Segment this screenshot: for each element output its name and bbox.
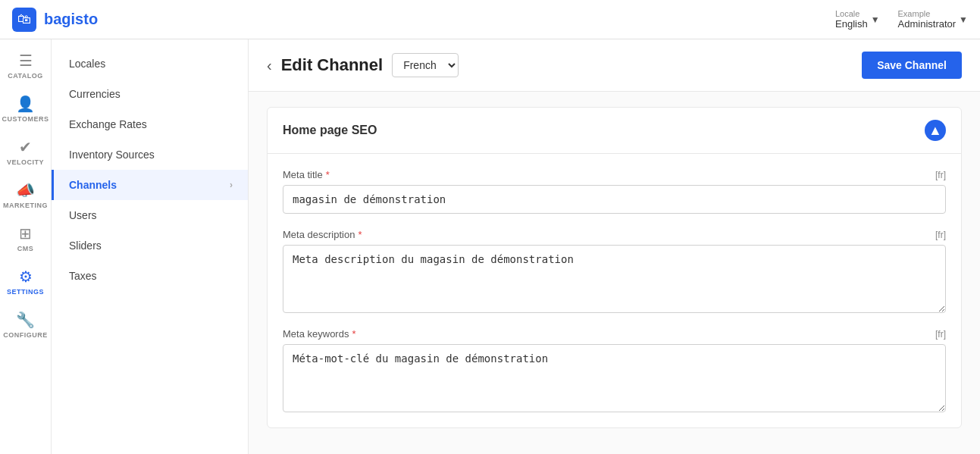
- header-left: 🛍 bagisto: [12, 8, 98, 32]
- page-header: ‹ Edit Channel French English Save Chann…: [249, 39, 980, 92]
- logo-text: bagisto: [44, 11, 98, 28]
- sidebar-item-configure[interactable]: 🔧 CONFIGURE: [3, 305, 49, 345]
- example-value: Administrator: [898, 18, 957, 30]
- customers-icon: 👤: [16, 95, 35, 113]
- meta-title-group: Meta title * [fr]: [283, 169, 946, 214]
- sidebar-item-customers[interactable]: 👤 CUSTOMERS: [3, 89, 49, 129]
- sidebar-menu-channels[interactable]: Channels ›: [52, 170, 248, 200]
- locale-label: Locale: [835, 9, 868, 18]
- meta-description-label: Meta description: [283, 229, 355, 240]
- page-title: Edit Channel: [281, 55, 383, 75]
- meta-title-locale-badge: [fr]: [935, 170, 946, 180]
- save-channel-button[interactable]: Save Channel: [862, 52, 962, 79]
- meta-keywords-required: *: [352, 328, 355, 340]
- locale-chevron-icon: ▼: [871, 14, 880, 25]
- velocity-label: VELOCITY: [7, 158, 44, 166]
- example-chevron-icon: ▼: [959, 14, 968, 25]
- content-area: ‹ Edit Channel French English Save Chann…: [249, 39, 980, 454]
- locale-dropdown-col: Locale English: [835, 9, 868, 30]
- sidebar-menu-sliders[interactable]: Sliders: [52, 230, 248, 261]
- page-header-left: ‹ Edit Channel French English: [267, 53, 459, 77]
- velocity-icon: ✔: [19, 138, 32, 156]
- settings-label: SETTINGS: [7, 288, 44, 296]
- meta-title-label: Meta title: [283, 169, 323, 180]
- users-label: Users: [69, 209, 97, 221]
- sidebar-item-velocity[interactable]: ✔ VELOCITY: [3, 132, 49, 172]
- seo-section-title: Home page SEO: [283, 124, 377, 137]
- seo-section-body: Meta title * [fr] Meta description * [fr…: [268, 154, 961, 427]
- back-button[interactable]: ‹: [267, 57, 272, 74]
- channels-label: Channels: [69, 179, 117, 191]
- meta-description-label-row: Meta description * [fr]: [283, 229, 946, 240]
- seo-section-toggle[interactable]: ▲: [925, 120, 946, 141]
- configure-label: CONFIGURE: [3, 331, 48, 339]
- catalog-icon: ☰: [19, 52, 33, 70]
- header: 🛍 bagisto Locale English ▼ Example Admin…: [0, 0, 980, 39]
- meta-title-required: *: [326, 169, 330, 180]
- sidebar-menu: Locales Currencies Exchange Rates Invent…: [52, 39, 249, 454]
- sidebar-menu-locales[interactable]: Locales: [52, 49, 248, 79]
- meta-description-required: *: [358, 229, 362, 240]
- example-dropdown-col: Example Administrator: [898, 9, 957, 30]
- sidebar-nav: ☰ CATALOG 👤 CUSTOMERS ✔ VELOCITY 📣 MARKE…: [0, 39, 52, 454]
- meta-title-input[interactable]: [283, 185, 946, 214]
- locale-select[interactable]: French English: [392, 53, 459, 77]
- seo-section: Home page SEO ▲ Meta title * [fr] Meta: [267, 107, 962, 428]
- locale-value: English: [835, 18, 868, 30]
- cms-icon: ⊞: [19, 224, 32, 243]
- catalog-label: CATALOG: [8, 72, 43, 80]
- inventory-sources-label: Inventory Sources: [69, 149, 155, 161]
- meta-description-group: Meta description * [fr]: [283, 229, 946, 313]
- marketing-icon: 📣: [16, 181, 35, 199]
- locale-dropdown[interactable]: Locale English ▼: [835, 9, 880, 30]
- sidebar-menu-users[interactable]: Users: [52, 200, 248, 230]
- sidebar-menu-currencies[interactable]: Currencies: [52, 79, 248, 109]
- seo-section-header: Home page SEO ▲: [268, 108, 961, 154]
- cms-label: CMS: [17, 245, 34, 252]
- sidebar-item-cms[interactable]: ⊞ CMS: [3, 218, 49, 258]
- meta-keywords-group: Meta keywords * [fr]: [283, 328, 946, 412]
- meta-keywords-locale-badge: [fr]: [935, 329, 946, 340]
- locales-label: Locales: [69, 58, 105, 70]
- main-layout: ☰ CATALOG 👤 CUSTOMERS ✔ VELOCITY 📣 MARKE…: [0, 39, 980, 454]
- taxes-label: Taxes: [69, 270, 97, 282]
- header-right: Locale English ▼ Example Administrator ▼: [835, 9, 968, 30]
- sidebar-item-marketing[interactable]: 📣 MARKETING: [3, 175, 49, 215]
- settings-icon: ⚙: [19, 268, 33, 286]
- sliders-label: Sliders: [69, 240, 102, 252]
- meta-keywords-label: Meta keywords: [283, 328, 349, 340]
- sidebar-menu-inventory-sources[interactable]: Inventory Sources: [52, 139, 248, 170]
- marketing-label: MARKETING: [3, 202, 48, 209]
- sidebar-item-catalog[interactable]: ☰ CATALOG: [3, 45, 49, 86]
- sidebar-item-settings[interactable]: ⚙ SETTINGS: [3, 261, 49, 302]
- configure-icon: 🔧: [16, 311, 35, 329]
- channels-chevron-icon: ›: [230, 180, 233, 190]
- meta-keywords-label-row: Meta keywords * [fr]: [283, 328, 946, 340]
- sidebar-menu-exchange-rates[interactable]: Exchange Rates: [52, 109, 248, 139]
- sidebar-menu-taxes[interactable]: Taxes: [52, 261, 248, 291]
- example-dropdown[interactable]: Example Administrator ▼: [898, 9, 968, 30]
- customers-label: CUSTOMERS: [2, 115, 49, 123]
- meta-description-locale-badge: [fr]: [935, 230, 946, 240]
- exchange-rates-label: Exchange Rates: [69, 118, 147, 130]
- currencies-label: Currencies: [69, 88, 121, 100]
- meta-description-textarea[interactable]: [283, 245, 946, 313]
- logo-icon: 🛍: [12, 8, 36, 32]
- meta-keywords-textarea[interactable]: [283, 344, 946, 412]
- meta-title-label-row: Meta title * [fr]: [283, 169, 946, 180]
- example-label: Example: [898, 9, 957, 18]
